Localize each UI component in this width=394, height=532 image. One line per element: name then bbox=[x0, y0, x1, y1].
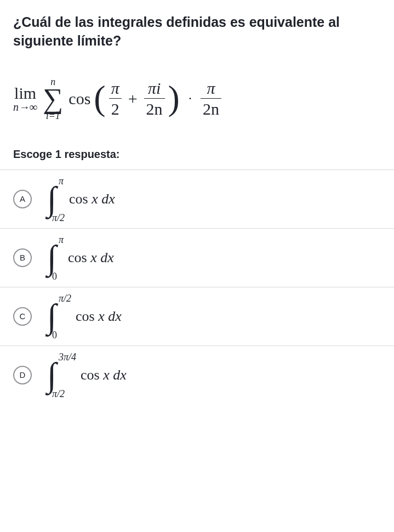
choice-c-body: cos x dx bbox=[76, 308, 122, 324]
frac2-den: 2n bbox=[144, 100, 165, 118]
choice-a-math: ∫ π π/2 cos x dx bbox=[47, 180, 115, 218]
choice-d-math: ∫ 3π/4 π/2 cos x dx bbox=[47, 356, 127, 394]
fraction-3: π 2n bbox=[201, 79, 221, 118]
choice-letter-a: A bbox=[13, 190, 32, 208]
choice-letter-b: B bbox=[13, 248, 32, 267]
choice-c-math: ∫ π/2 0 cos x dx bbox=[47, 297, 122, 336]
fraction-1: π 2 bbox=[109, 79, 122, 118]
choice-list: A ∫ π π/2 cos x dx B ∫ π 0 cos x dx bbox=[0, 169, 394, 404]
instruction-text: Escoge 1 respuesta: bbox=[13, 148, 381, 161]
limit-sub: n→∞ bbox=[13, 101, 37, 113]
choice-a-body: cos x dx bbox=[69, 191, 115, 207]
choice-b-math: ∫ π 0 cos x dx bbox=[47, 239, 114, 277]
right-paren: ) bbox=[168, 88, 180, 109]
frac3-num: π bbox=[204, 79, 217, 97]
choice-c[interactable]: C ∫ π/2 0 cos x dx bbox=[0, 287, 394, 346]
sigma-icon: ∑ bbox=[43, 87, 63, 111]
fraction-2: πi 2n bbox=[144, 79, 165, 118]
limit-operator: lim n→∞ bbox=[13, 84, 37, 113]
choice-b-upper: π bbox=[59, 234, 64, 246]
limit-text: lim bbox=[14, 84, 36, 102]
question-title: ¿Cuál de las integrales definidas es equ… bbox=[13, 13, 381, 50]
choice-c-lower: 0 bbox=[52, 330, 57, 341]
choice-d[interactable]: D ∫ 3π/4 π/2 cos x dx bbox=[0, 346, 394, 404]
choice-b-body: cos x dx bbox=[68, 250, 114, 265]
choice-a-lower: π/2 bbox=[52, 212, 65, 224]
frac3-den: 2n bbox=[201, 100, 221, 118]
choice-a[interactable]: A ∫ π π/2 cos x dx bbox=[0, 170, 394, 229]
dot-operator: · bbox=[189, 91, 192, 106]
plus-sign: + bbox=[128, 89, 138, 108]
frac2-num: πi bbox=[146, 79, 163, 97]
choice-d-body: cos x dx bbox=[81, 367, 127, 383]
choice-b-lower: 0 bbox=[52, 271, 57, 282]
left-paren: ( bbox=[94, 88, 105, 109]
choice-c-upper: π/2 bbox=[59, 293, 71, 304]
sum-operator: n ∑ i=1 bbox=[43, 77, 63, 121]
choice-b[interactable]: B ∫ π 0 cos x dx bbox=[0, 229, 394, 287]
cos-text: cos bbox=[68, 89, 90, 108]
choice-letter-d: D bbox=[13, 366, 32, 384]
choice-a-upper: π bbox=[59, 176, 64, 187]
limit-expression: lim n→∞ n ∑ i=1 cos ( π 2 + πi 2n ) · π … bbox=[13, 77, 381, 121]
choice-d-lower: π/2 bbox=[52, 388, 65, 400]
choice-letter-c: C bbox=[13, 307, 32, 326]
sum-lower: i=1 bbox=[46, 111, 60, 121]
frac1-den: 2 bbox=[109, 100, 122, 118]
frac1-num: π bbox=[109, 79, 122, 97]
choice-d-upper: 3π/4 bbox=[59, 352, 76, 363]
